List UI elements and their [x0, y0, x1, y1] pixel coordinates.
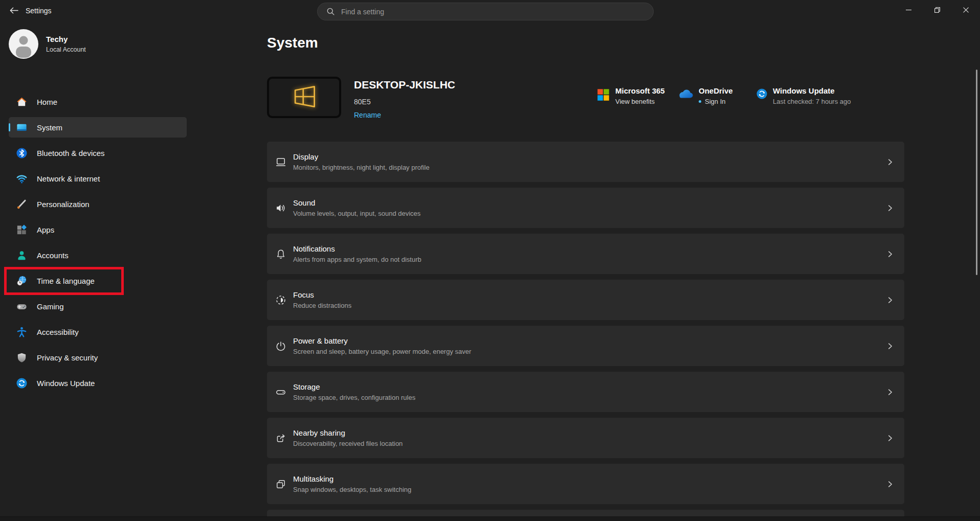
- sidebar-item-home[interactable]: Home: [9, 92, 187, 112]
- chevron-right-icon: [887, 435, 894, 441]
- gaming-icon: [15, 300, 28, 313]
- rename-link[interactable]: Rename: [354, 111, 381, 119]
- minimize-icon: [906, 7, 911, 14]
- settings-row-text: SoundVolume levels, output, input, sound…: [293, 198, 420, 218]
- settings-row-text: StorageStorage space, drives, configurat…: [293, 382, 415, 402]
- sidebar-item-time-language[interactable]: Time & language: [9, 270, 187, 291]
- restore-button[interactable]: [923, 0, 951, 20]
- quick-card-onedrive: OneDriveSign In: [676, 86, 733, 106]
- quick-card-subtitle[interactable]: View benefits: [615, 97, 665, 106]
- sidebar-item-privacy-security[interactable]: Privacy & security: [9, 347, 187, 368]
- quick-card-title: OneDrive: [699, 86, 733, 96]
- notifications-icon: [275, 248, 287, 260]
- settings-row-title: Sound: [293, 198, 420, 208]
- accounts-icon: [15, 249, 28, 262]
- settings-row-title: Focus: [293, 290, 351, 300]
- quick-card-microsoft-365: Microsoft 365View benefits: [596, 86, 665, 106]
- quick-card-title: Windows Update: [773, 86, 851, 96]
- bottom-edge-strip: [0, 516, 980, 521]
- sidebar-item-windows-update[interactable]: Windows Update: [9, 373, 187, 393]
- settings-row-display[interactable]: DisplayMonitors, brightness, night light…: [267, 142, 904, 182]
- settings-row-subtitle: Screen and sleep, battery usage, power m…: [293, 347, 471, 356]
- settings-row-focus[interactable]: FocusReduce distractions: [267, 280, 904, 320]
- sidebar-item-label: Personalization: [37, 200, 90, 209]
- sidebar-item-personalization[interactable]: Personalization: [9, 194, 187, 214]
- sidebar-nav: HomeSystemBluetooth & devicesNetwork & i…: [9, 92, 187, 398]
- storage-icon: [275, 386, 287, 398]
- settings-row-sound[interactable]: SoundVolume levels, output, input, sound…: [267, 188, 904, 228]
- settings-row-subtitle: Snap windows, desktops, task switching: [293, 485, 411, 494]
- settings-row-nearby-sharing[interactable]: Nearby sharingDiscoverability, received …: [267, 418, 904, 458]
- search-icon: [326, 7, 335, 16]
- time-language-icon: [15, 275, 28, 287]
- sidebar-item-label: System: [37, 123, 62, 132]
- quick-card-windows-update: Windows UpdateLast checked: 7 hours ago: [756, 86, 851, 106]
- sidebar-item-system[interactable]: System: [9, 117, 187, 138]
- close-button[interactable]: [951, 0, 980, 20]
- search-box: [317, 3, 654, 20]
- device-name: DESKTOP-JKISLHC: [354, 79, 455, 91]
- sidebar-item-network-internet[interactable]: Network & internet: [9, 168, 187, 189]
- windows-update-icon: [756, 88, 768, 100]
- network-icon: [15, 172, 28, 185]
- settings-row-title: Display: [293, 152, 430, 162]
- settings-row-multitasking[interactable]: MultitaskingSnap windows, desktops, task…: [267, 464, 904, 504]
- settings-row-storage[interactable]: StorageStorage space, drives, configurat…: [267, 372, 904, 412]
- status-dot: [699, 100, 701, 103]
- search-input[interactable]: [341, 3, 653, 20]
- settings-row-title: Power & battery: [293, 336, 471, 346]
- accessibility-icon: [15, 326, 28, 338]
- back-arrow-icon: [10, 7, 18, 16]
- back-button[interactable]: [4, 3, 24, 19]
- chevron-right-icon: [887, 158, 894, 165]
- quick-card-subtitle[interactable]: Sign In: [699, 97, 733, 106]
- quick-card-title: Microsoft 365: [615, 86, 665, 96]
- privacy-security-icon: [15, 351, 28, 364]
- title-bar: Settings: [0, 0, 980, 22]
- sidebar-item-label: Home: [37, 98, 57, 106]
- settings-rows: DisplayMonitors, brightness, night light…: [267, 142, 904, 521]
- settings-row-text: Nearby sharingDiscoverability, received …: [293, 428, 403, 448]
- sidebar-item-label: Accessibility: [37, 328, 79, 336]
- multitasking-icon: [275, 478, 287, 490]
- user-name: Techy: [46, 35, 68, 43]
- chevron-right-icon: [887, 481, 894, 487]
- settings-row-text: DisplayMonitors, brightness, night light…: [293, 152, 430, 172]
- settings-row-title: Notifications: [293, 244, 421, 254]
- avatar: [9, 29, 38, 59]
- restore-icon: [934, 7, 940, 14]
- bluetooth-icon: [15, 147, 28, 160]
- user-account-type: Local Account: [46, 46, 86, 53]
- settings-row-text: MultitaskingSnap windows, desktops, task…: [293, 474, 411, 494]
- settings-row-subtitle: Reduce distractions: [293, 301, 351, 310]
- sidebar-item-label: Privacy & security: [37, 353, 98, 362]
- apps-icon: [15, 223, 28, 236]
- settings-row-power-battery[interactable]: Power & batteryScreen and sleep, battery…: [267, 326, 904, 366]
- settings-row-subtitle: Storage space, drives, configuration rul…: [293, 393, 415, 402]
- settings-row-notifications[interactable]: NotificationsAlerts from apps and system…: [267, 234, 904, 274]
- chevron-right-icon: [887, 251, 894, 257]
- sidebar-item-label: Apps: [37, 225, 54, 234]
- settings-row-subtitle: Discoverability, received files location: [293, 439, 403, 448]
- power-icon: [275, 340, 287, 352]
- minimize-button[interactable]: [894, 0, 923, 20]
- account-card[interactable]: Techy Local Account: [9, 29, 177, 60]
- settings-row-title: Storage: [293, 382, 415, 392]
- sidebar-item-label: Gaming: [37, 302, 64, 311]
- sidebar-item-gaming[interactable]: Gaming: [9, 296, 187, 316]
- chevron-right-icon: [887, 343, 894, 349]
- sidebar-item-accounts[interactable]: Accounts: [9, 245, 187, 265]
- quick-card-text: Microsoft 365View benefits: [615, 86, 665, 106]
- settings-row-text: Power & batteryScreen and sleep, battery…: [293, 336, 471, 356]
- chevron-right-icon: [887, 297, 894, 303]
- caption-buttons: [894, 0, 980, 20]
- sidebar-item-bluetooth-devices[interactable]: Bluetooth & devices: [9, 143, 187, 163]
- settings-row-title: Nearby sharing: [293, 428, 403, 438]
- quick-card-subtitle: Last checked: 7 hours ago: [773, 97, 851, 106]
- windows-logo-icon: [289, 84, 319, 111]
- vertical-scrollbar[interactable]: [976, 70, 977, 275]
- sidebar-item-apps[interactable]: Apps: [9, 219, 187, 240]
- app-title: Settings: [26, 7, 52, 15]
- chevron-right-icon: [887, 205, 894, 211]
- sidebar-item-accessibility[interactable]: Accessibility: [9, 322, 187, 342]
